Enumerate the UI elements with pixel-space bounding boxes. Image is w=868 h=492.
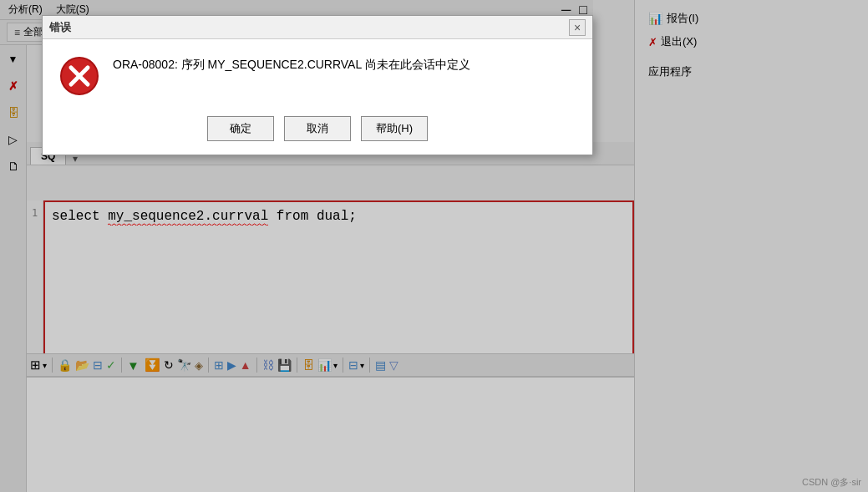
dialog-buttons: 确定 取消 帮助(H): [43, 109, 592, 155]
dialog-help-button[interactable]: 帮助(H): [361, 116, 428, 141]
dialog-close-button[interactable]: ×: [569, 19, 586, 36]
dialog-cancel-button[interactable]: 取消: [284, 116, 351, 141]
error-message-text: ORA-08002: 序列 MY_SEQUENCE2.CURRVAL 尚未在此会…: [113, 56, 576, 74]
error-dialog: 错误 × ORA-08002: 序列 MY_SEQUENCE2.CURRVAL …: [42, 15, 593, 155]
dialog-title: 错误: [49, 20, 71, 35]
error-icon: [59, 56, 99, 96]
dialog-ok-button[interactable]: 确定: [207, 116, 274, 141]
dialog-body: ORA-08002: 序列 MY_SEQUENCE2.CURRVAL 尚未在此会…: [43, 39, 592, 109]
dialog-titlebar: 错误 ×: [43, 16, 592, 39]
